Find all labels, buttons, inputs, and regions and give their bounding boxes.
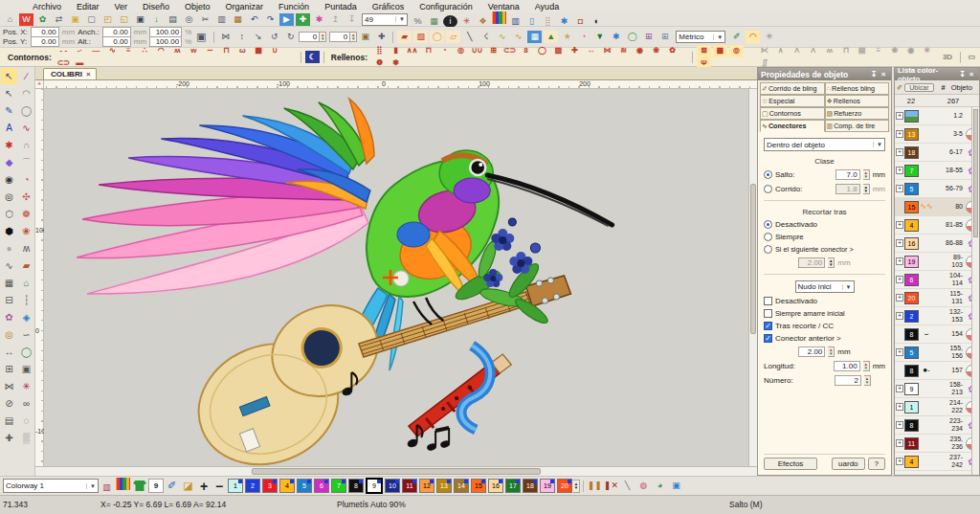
color-swatch[interactable]: 9 <box>904 383 919 395</box>
tool-zigzag[interactable]: ∿ <box>1 257 17 274</box>
craft-moon-icon[interactable]: ☾ <box>305 51 320 63</box>
open-recent-icon[interactable]: ◱ <box>117 13 131 26</box>
tool-satin[interactable]: ▰ <box>18 257 34 274</box>
tool-cord[interactable]: ∽ <box>18 326 34 343</box>
conector-anterior-checkbox[interactable]: ✓ <box>764 334 772 343</box>
fill-bucket-icon[interactable]: ◪ <box>181 480 195 492</box>
pattern-run-icon[interactable]: ▩ <box>252 45 266 57</box>
menu-configuración[interactable]: Configuración <box>412 2 480 11</box>
menu-objeto[interactable]: Objeto <box>177 2 218 11</box>
crosshatch-icon[interactable]: ⊠ <box>697 45 711 57</box>
color-object-row[interactable]: +718-55✿ <box>895 162 979 180</box>
color-swatch[interactable]: 8 <box>904 328 919 341</box>
thread-chart-icon[interactable]: ▥ <box>508 15 523 28</box>
color-object-row[interactable]: +556-79✿ <box>895 180 979 198</box>
fish-motif-icon[interactable]: ∿ <box>495 31 509 43</box>
star-shape-icon[interactable]: ★ <box>560 31 574 43</box>
canvas-vertical-scrollbar[interactable] <box>748 89 757 466</box>
undo-icon[interactable]: ↶ <box>247 13 261 26</box>
rotate-angle-field[interactable]: 0 <box>299 32 320 42</box>
zoom-combobox[interactable]: 49▼ <box>362 13 408 26</box>
flower-fill2-icon[interactable]: ✿ <box>665 45 679 57</box>
tool-sequin[interactable]: ◎ <box>1 326 17 343</box>
tool-hexagon-fill[interactable]: ⬢ <box>1 223 17 239</box>
outline-sample-icon[interactable]: ◯ <box>430 31 444 43</box>
bitmap-icon[interactable]: ▦ <box>527 31 542 43</box>
contour-fill-icon[interactable]: ⊓ <box>421 45 435 57</box>
color-swatch[interactable]: 20 <box>904 292 919 304</box>
tool-kiosk[interactable]: ◆ <box>1 154 17 170</box>
chevron-down-icon[interactable]: ▼ <box>713 34 723 40</box>
tool-zoom[interactable]: ◌ <box>18 413 34 429</box>
palette-swatch-20[interactable]: 20 <box>557 479 572 493</box>
run-dash-icon[interactable]: ‐ ‐ <box>56 45 71 57</box>
tool-hoop[interactable]: ◯ <box>18 344 34 360</box>
color-swatch[interactable]: 1 <box>904 401 919 413</box>
chevron-down-icon[interactable]: ▼ <box>873 142 882 147</box>
switch-design-icon[interactable]: ⇄ <box>52 13 66 26</box>
tool-ellipse[interactable]: ◯ <box>18 102 34 119</box>
expander-icon[interactable]: + <box>896 312 903 320</box>
thread-edit-icon[interactable]: ❚✕ <box>604 480 618 492</box>
color-object-row[interactable]: 15∿∿80 <box>895 198 979 216</box>
palette-swatch-2[interactable]: 2 <box>245 479 260 493</box>
palette-swatch-11[interactable]: 11 <box>402 479 417 493</box>
tool-polyline[interactable]: ∕ <box>18 68 34 84</box>
square-run-icon[interactable]: ⊓ <box>219 45 234 57</box>
tool-remove-overlap[interactable]: ⊘ <box>1 395 17 412</box>
remove-color-button[interactable]: − <box>212 480 227 493</box>
tool-run[interactable]: ◉ <box>1 171 17 188</box>
edit-colors-icon[interactable]: ✐ <box>897 83 902 92</box>
stitch-dots-icon[interactable]: ⣿ <box>541 15 555 28</box>
palette-swatch-19[interactable]: 19 <box>540 479 555 493</box>
palette-swatch-9[interactable]: 9 <box>366 478 383 494</box>
contrast-icon[interactable]: ◐ <box>590 15 604 28</box>
menu-puntada[interactable]: Puntada <box>317 2 365 11</box>
peak2-icon[interactable]: Λ <box>790 45 804 57</box>
tool-closest-join[interactable]: ∞ <box>18 395 34 412</box>
tool-curve[interactable]: ◠ <box>18 85 34 101</box>
copy-properties-icon[interactable]: ❖ <box>476 15 490 28</box>
expander-icon[interactable]: + <box>896 385 903 392</box>
props-tab-conectores[interactable]: ∿Conectores <box>760 120 825 132</box>
design-wheel-icon[interactable]: ✳ <box>459 15 474 28</box>
color-object-row[interactable]: +8223- 234✿ <box>895 416 979 435</box>
color-swatch[interactable]: 6 <box>904 274 919 286</box>
open-design-icon[interactable]: ◰ <box>100 13 115 26</box>
palette-swatch-5[interactable]: 5 <box>297 479 312 493</box>
save-design-icon[interactable]: ▣ <box>133 13 147 26</box>
color-object-row[interactable]: +1989- 103 <box>895 253 979 271</box>
print-icon[interactable]: ▤ <box>166 13 180 26</box>
color-swatch[interactable]: 11 <box>904 437 919 450</box>
props-tab-refuerzo[interactable]: ▨Refuerzo <box>825 107 890 120</box>
salto-radio[interactable] <box>764 170 772 179</box>
design-library-icon[interactable]: ✿ <box>35 13 50 26</box>
tool-triple-run[interactable]: ◎ <box>1 189 17 205</box>
color-grid-icon[interactable] <box>492 11 506 24</box>
transform-icon[interactable]: ✚ <box>374 31 389 43</box>
expander-icon[interactable]: + <box>896 276 903 283</box>
embroidery-design[interactable] <box>44 89 748 466</box>
ubicar-button[interactable]: Ubicar <box>904 83 933 92</box>
satin-fill-icon[interactable]: ▮ <box>389 45 403 57</box>
wilcom-logo-icon[interactable]: W <box>19 13 33 26</box>
pin-icon[interactable]: ↧ <box>958 70 968 78</box>
chevron-down-icon[interactable]: ▼ <box>842 284 852 290</box>
zigzag-fill-icon[interactable]: ∧∧ <box>405 45 419 57</box>
color-object-row[interactable]: +11235, 236 <box>895 435 979 453</box>
tool-stumpwork[interactable]: ✿ <box>1 309 17 325</box>
color-swatch[interactable]: 19 <box>904 256 919 268</box>
longitud-field[interactable]: 1.00 <box>834 361 860 371</box>
lattice-fill-icon[interactable]: ⊞ <box>486 45 501 57</box>
close-icon[interactable]: × <box>879 70 888 78</box>
tool-grid[interactable]: ⊞ <box>1 361 17 377</box>
square-gray-icon[interactable]: ⊓ <box>838 45 853 57</box>
flower-gray-icon[interactable]: ❀ <box>887 45 902 57</box>
palette-swatch-3[interactable]: 3 <box>262 479 278 493</box>
expander-icon[interactable]: + <box>896 112 903 120</box>
props-tab-especial[interactable]: ☆Especial <box>760 95 825 107</box>
color-object-row[interactable]: +9158- 213✿ <box>895 380 979 398</box>
flower-fill1-icon[interactable]: ❀ <box>649 45 663 57</box>
island-fill-icon[interactable]: 8 <box>519 45 533 57</box>
menu-editar[interactable]: Editar <box>69 2 107 11</box>
